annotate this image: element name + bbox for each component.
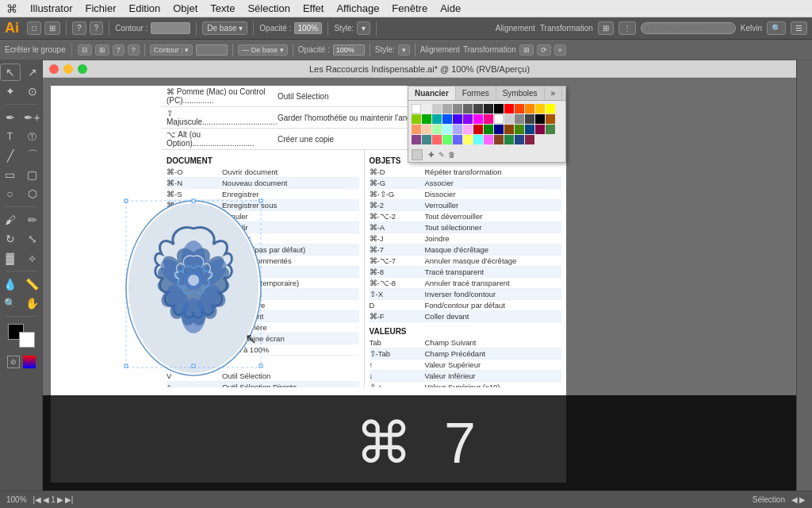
color-swatch[interactable] (453, 125, 462, 134)
color-swatch[interactable] (442, 104, 452, 114)
menu-aide[interactable]: Aide (434, 0, 467, 17)
ellipse-tool[interactable]: ○ (0, 185, 21, 202)
color-swatch[interactable] (432, 104, 442, 114)
color-swatch[interactable] (515, 104, 524, 114)
tb2-btn2[interactable]: ⊞ (95, 44, 109, 56)
measure-tool[interactable]: 📏 (22, 275, 43, 293)
apple-menu[interactable]: ⌘ (0, 2, 24, 15)
menu-fenetre[interactable]: Fenêtre (385, 0, 434, 17)
tb2-alignement[interactable]: Alignement (420, 45, 460, 54)
tb2-style-btn[interactable]: — De base ▾ (238, 44, 288, 56)
color-swatch[interactable] (484, 135, 493, 144)
color-swatch[interactable] (484, 104, 493, 114)
rounded-rect-tool[interactable]: ▢ (22, 166, 43, 183)
color-swatch[interactable] (473, 104, 483, 114)
color-swatch[interactable] (484, 125, 493, 134)
color-swatch[interactable] (432, 135, 442, 144)
status-arrow-right[interactable]: ▶ (799, 495, 806, 504)
color-swatch[interactable] (546, 125, 555, 134)
first-page-btn[interactable]: |◀ (33, 495, 42, 504)
color-swatch[interactable] (463, 125, 473, 134)
color-swatch[interactable] (494, 114, 504, 124)
color-swatch[interactable] (494, 125, 504, 134)
transformation-label[interactable]: Transformation (540, 24, 593, 33)
color-swatch[interactable] (515, 135, 524, 144)
direct-selection-tool[interactable]: ↗ (22, 64, 43, 81)
tab-menu[interactable]: » (545, 87, 563, 100)
selection-tool[interactable]: ↖ (0, 64, 21, 81)
color-swatch[interactable] (412, 135, 421, 144)
contour-input[interactable] (151, 22, 190, 34)
tb2-btn1[interactable]: ⊟ (78, 44, 92, 56)
toolbar-doc-btn[interactable]: □ (27, 21, 41, 35)
color-swatch[interactable] (504, 125, 514, 134)
line-tool[interactable]: ╱ (0, 147, 21, 164)
menu-texte[interactable]: Texte (204, 0, 241, 17)
lasso-tool[interactable]: ⊙ (22, 83, 43, 100)
color-swatch[interactable] (504, 114, 514, 124)
color-swatch[interactable] (432, 125, 442, 134)
rect-tool[interactable]: ▭ (0, 166, 21, 183)
type-tool[interactable]: T (0, 128, 21, 145)
gradient-color-btn[interactable] (23, 356, 36, 368)
alignement-label[interactable]: Alignement (496, 24, 535, 33)
eyedropper-tool[interactable]: 💧 (0, 275, 21, 293)
color-swatch[interactable] (494, 104, 504, 114)
color-swatch[interactable] (453, 104, 462, 114)
toolbar-q2-btn[interactable]: ? (90, 21, 104, 35)
add-anchor-tool[interactable]: ✒+ (22, 109, 43, 126)
color-swatch[interactable] (442, 135, 452, 144)
color-swatch[interactable] (463, 114, 473, 124)
tb2-contour-val[interactable] (196, 44, 228, 56)
toolbar-icon-btn1[interactable]: ⊞ (598, 21, 614, 35)
tab-symboles[interactable]: Symboles (496, 87, 545, 100)
color-swatch[interactable] (535, 114, 545, 124)
menu-icon-btn[interactable]: ☰ (791, 21, 807, 35)
color-swatch[interactable] (504, 135, 514, 144)
search-input[interactable] (641, 22, 736, 34)
scale-tool[interactable]: ⤡ (22, 230, 43, 248)
area-type-tool[interactable]: Ⓣ (22, 128, 43, 145)
de-base-btn[interactable]: De base ▾ (202, 21, 247, 35)
magic-wand-tool[interactable]: ✦ (0, 83, 21, 100)
color-swatch[interactable] (453, 135, 462, 144)
color-swatch[interactable] (535, 125, 545, 134)
toolbar-arrange-btn[interactable]: ⊞ (44, 21, 60, 35)
color-swatch[interactable] (422, 125, 431, 134)
color-swatch[interactable] (525, 125, 534, 134)
color-swatch[interactable] (422, 135, 431, 144)
color-swatch[interactable] (422, 104, 431, 114)
menu-fichier[interactable]: Fichier (79, 0, 122, 17)
last-page-btn[interactable]: ▶| (65, 495, 74, 504)
gradient-tool[interactable]: ▓ (0, 249, 21, 267)
close-button[interactable] (49, 64, 59, 74)
tab-formes[interactable]: Formes (456, 87, 496, 100)
color-swatch[interactable] (422, 114, 431, 124)
color-swatch[interactable] (525, 104, 534, 114)
opacite-input[interactable] (294, 22, 322, 34)
tb2-style-drop[interactable]: ▾ (398, 44, 410, 56)
color-swatch[interactable] (515, 114, 524, 124)
zoom-tool[interactable]: 🔍 (0, 294, 21, 312)
color-swatch[interactable] (546, 104, 555, 114)
color-swatch[interactable] (515, 125, 524, 134)
color-swatch[interactable] (442, 125, 452, 134)
polygon-tool[interactable]: ⬡ (22, 185, 43, 202)
color-swatch[interactable] (412, 104, 421, 114)
color-swatch[interactable] (442, 114, 452, 124)
color-swatch[interactable] (453, 114, 462, 124)
hand-tool[interactable]: ✋ (22, 294, 43, 312)
prev-page-btn[interactable]: ◀ (43, 495, 49, 504)
color-swatch[interactable] (412, 125, 421, 134)
background-color[interactable] (19, 332, 35, 348)
color-swatch[interactable] (525, 135, 534, 144)
color-swatch[interactable] (412, 114, 421, 124)
color-swatch[interactable] (473, 114, 483, 124)
tb2-opacite-val[interactable] (333, 44, 365, 56)
nuancier-edit-btn[interactable]: ✎ (439, 151, 445, 159)
menu-selection[interactable]: Sélection (241, 0, 296, 17)
toolbar-q-btn[interactable]: ? (72, 21, 86, 35)
nuancier-new-color[interactable] (412, 149, 423, 160)
none-color-btn[interactable]: ⊘ (7, 356, 20, 368)
color-swatch[interactable] (463, 104, 473, 114)
